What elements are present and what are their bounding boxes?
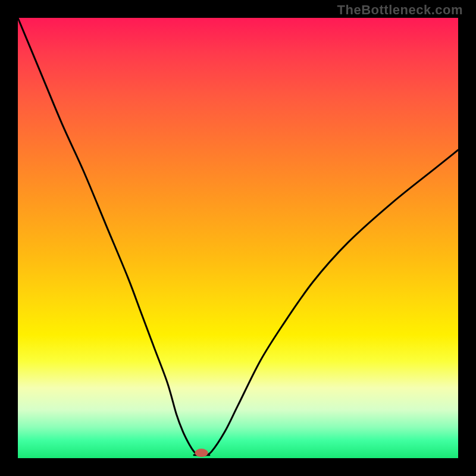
chart-frame: TheBottleneck.com [0,0,476,476]
watermark-text: TheBottleneck.com [337,2,463,18]
bottleneck-min-marker [195,449,208,457]
bottleneck-curve [18,18,458,456]
chart-svg [18,18,458,458]
plot-area [18,18,458,458]
